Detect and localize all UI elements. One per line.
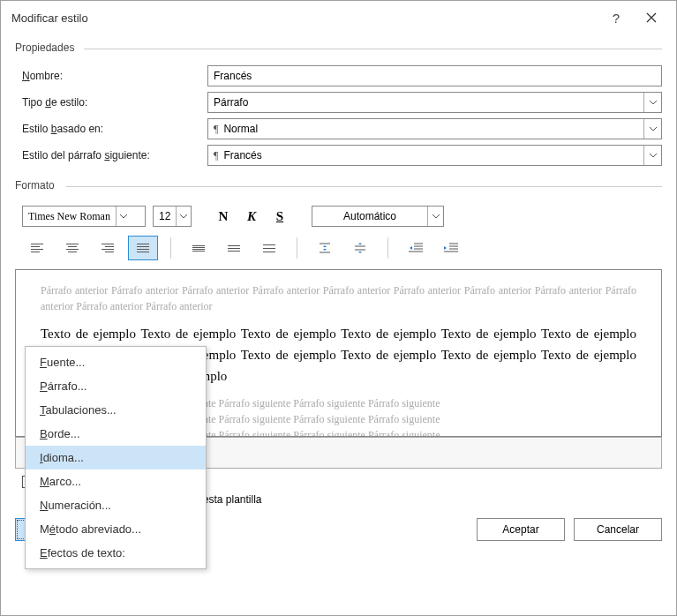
chevron-down-icon bbox=[643, 119, 661, 139]
font-size-select[interactable]: 12 bbox=[153, 206, 192, 227]
chevron-down-icon bbox=[643, 146, 661, 165]
name-input[interactable] bbox=[207, 65, 662, 86]
font-family-select[interactable]: Times New Roman bbox=[22, 206, 146, 227]
increase-indent-icon bbox=[443, 242, 459, 254]
spacing-15-button[interactable] bbox=[219, 236, 249, 260]
following-paragraph-label: Estilo del párrafo siguiente: bbox=[22, 149, 207, 162]
menu-tabs[interactable]: Tabulaciones... bbox=[26, 398, 206, 422]
space-before-increase-button[interactable] bbox=[310, 236, 340, 260]
italic-button[interactable]: K bbox=[241, 206, 262, 227]
underline-button[interactable]: S bbox=[269, 206, 290, 227]
pilcrow-icon: ¶ bbox=[214, 123, 218, 136]
menu-paragraph[interactable]: Párrafo... bbox=[26, 374, 206, 398]
align-center-button[interactable] bbox=[57, 236, 87, 260]
style-type-label: Tipo de estilo: bbox=[22, 96, 207, 109]
align-justify-button[interactable] bbox=[128, 236, 158, 260]
spacing-1-icon bbox=[192, 245, 205, 252]
space-before-decrease-icon bbox=[352, 241, 368, 255]
following-paragraph-value: Francés bbox=[223, 149, 261, 162]
pilcrow-icon: ¶ bbox=[214, 149, 218, 162]
space-before-increase-icon bbox=[317, 241, 333, 255]
menu-font[interactable]: Fuente... bbox=[26, 350, 206, 374]
decrease-indent-icon bbox=[408, 242, 424, 254]
based-on-select[interactable]: ¶ Normal bbox=[207, 118, 662, 139]
menu-border[interactable]: Borde... bbox=[26, 422, 206, 446]
preview-previous-paragraph: Párrafo anterior Párrafo anterior Párraf… bbox=[41, 282, 636, 314]
align-center-icon bbox=[66, 244, 79, 252]
dialog-title: Modificar estilo bbox=[11, 11, 598, 25]
align-left-button[interactable] bbox=[22, 236, 52, 260]
cancel-button[interactable]: Cancelar bbox=[574, 518, 662, 541]
close-icon bbox=[646, 12, 657, 23]
close-button[interactable] bbox=[634, 6, 669, 29]
align-justify-icon bbox=[137, 244, 149, 252]
style-type-select[interactable]: Párrafo bbox=[207, 92, 662, 113]
based-on-value: Normal bbox=[223, 123, 258, 135]
menu-shortcut[interactable]: Método abreviado... bbox=[26, 517, 206, 541]
separator bbox=[170, 237, 171, 259]
bold-button[interactable]: N bbox=[213, 206, 234, 227]
chevron-down-icon bbox=[176, 207, 191, 226]
menu-language[interactable]: Idioma... bbox=[26, 446, 206, 470]
chevron-down-icon bbox=[116, 207, 132, 226]
separator bbox=[297, 237, 297, 259]
following-paragraph-select[interactable]: ¶ Francés bbox=[207, 145, 662, 166]
ok-button[interactable]: Aceptar bbox=[477, 518, 565, 541]
menu-text-effects[interactable]: Efectos de texto: bbox=[26, 541, 206, 565]
font-color-select[interactable]: Automático bbox=[312, 206, 444, 227]
spacing-1-button[interactable] bbox=[184, 236, 214, 260]
format-popup-menu: Fuente... Párrafo... Tabulaciones... Bor… bbox=[25, 346, 207, 569]
decrease-indent-button[interactable] bbox=[401, 236, 431, 260]
spacing-2-button[interactable] bbox=[254, 236, 284, 260]
help-button[interactable]: ? bbox=[598, 6, 634, 29]
spacing-2-icon bbox=[263, 244, 275, 252]
based-on-label: Estilo basado en: bbox=[22, 123, 207, 135]
name-label: Nombre: bbox=[22, 70, 207, 82]
spacing-15-icon bbox=[228, 245, 240, 252]
format-section-label: Formato bbox=[15, 176, 662, 200]
chevron-down-icon bbox=[427, 207, 443, 226]
align-left-icon bbox=[31, 244, 43, 252]
chevron-down-icon bbox=[643, 93, 661, 112]
properties-section-label: Propiedades bbox=[15, 38, 662, 63]
increase-indent-button[interactable] bbox=[436, 236, 466, 260]
modify-style-dialog: Modificar estilo ? Propiedades Nombre: T… bbox=[0, 0, 677, 616]
separator bbox=[387, 237, 388, 259]
align-right-icon bbox=[102, 244, 114, 252]
style-type-value: Párrafo bbox=[214, 96, 248, 109]
space-before-decrease-button[interactable] bbox=[345, 236, 375, 260]
menu-numbering[interactable]: Numeración... bbox=[26, 493, 206, 517]
align-right-button[interactable] bbox=[93, 236, 123, 260]
titlebar: Modificar estilo ? bbox=[1, 1, 676, 34]
menu-frame[interactable]: Marco... bbox=[26, 470, 206, 493]
